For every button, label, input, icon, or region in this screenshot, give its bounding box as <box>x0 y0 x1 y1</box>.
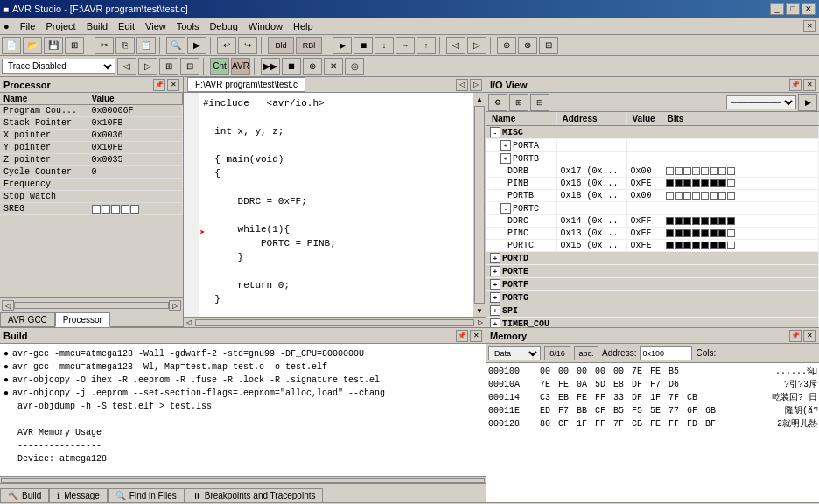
close-button[interactable]: ✕ <box>802 3 816 15</box>
io-row[interactable]: PORTC 0x15 (0x... 0xFE <box>486 240 819 252</box>
io-tb-btn3[interactable]: ⊟ <box>530 94 550 111</box>
bit-box[interactable] <box>692 192 700 200</box>
vscroll-track[interactable] <box>474 106 485 304</box>
bit-box[interactable] <box>727 192 735 200</box>
trace-extra3[interactable]: ◎ <box>345 58 364 75</box>
mem-content[interactable]: 000100 00000000007EFEB5 ......¾µ 00010A … <box>486 363 819 502</box>
io-close-btn[interactable]: ✕ <box>803 79 816 91</box>
trace-extra1[interactable]: ⊛ <box>303 58 322 75</box>
bit-box[interactable] <box>727 229 735 237</box>
tab-build[interactable]: 🔨 Build <box>0 488 49 502</box>
bit-box[interactable] <box>701 229 709 237</box>
trace-go[interactable]: ▶▶ <box>261 58 280 75</box>
menu-window[interactable]: Window <box>243 19 288 33</box>
new-button[interactable]: 📄 <box>2 37 21 54</box>
bit-box[interactable] <box>666 179 674 187</box>
processor-panel-controls[interactable]: 📌 ✕ <box>153 79 179 91</box>
hscroll-track[interactable] <box>195 319 474 326</box>
bit-box[interactable] <box>683 229 691 237</box>
bit-box[interactable] <box>666 217 674 225</box>
table-row[interactable]: Program Cou... 0x00006F <box>0 105 183 117</box>
sreg-bit[interactable] <box>111 205 120 214</box>
trace-select[interactable]: Trace Disabled <box>2 59 116 74</box>
bit-box[interactable] <box>718 242 726 249</box>
io-row[interactable]: DDRC 0x14 (0x... 0xFF <box>486 215 819 228</box>
io-table-container[interactable]: Name Address Value Bits -MISC +PORTA <box>486 112 819 327</box>
vscroll-down-btn[interactable]: ▼ <box>473 304 486 317</box>
build-pin-btn[interactable]: 📌 <box>456 330 468 342</box>
bit-box[interactable] <box>683 179 691 187</box>
find-button[interactable]: 🔍 <box>166 37 186 54</box>
bit-box[interactable] <box>701 217 709 225</box>
code-prev-btn[interactable]: ◁ <box>456 79 468 91</box>
code-vscroll[interactable]: ▲ ▼ <box>473 93 486 317</box>
bit-box[interactable] <box>675 179 682 187</box>
tab-avr-gcc[interactable]: AVR GCC <box>0 312 55 326</box>
vscroll-up-btn[interactable]: ▲ <box>473 93 486 105</box>
extra-btn3[interactable]: ⊞ <box>539 37 558 54</box>
expand-icon[interactable]: + <box>490 305 500 316</box>
menu-project[interactable]: Project <box>40 19 80 33</box>
io-group-row[interactable]: -MISC <box>486 126 819 139</box>
bit-box[interactable] <box>710 229 718 237</box>
bit-box[interactable] <box>718 217 726 225</box>
bit-box[interactable] <box>718 179 726 187</box>
sreg-bit[interactable] <box>92 205 101 214</box>
tab-message[interactable]: ℹ Message <box>49 488 108 502</box>
mem-addr-input[interactable] <box>640 346 692 360</box>
io-group-row[interactable]: +PORTF <box>486 278 819 291</box>
table-row[interactable]: Stop Watch <box>0 191 183 203</box>
menu-debug[interactable]: Debug <box>204 19 242 33</box>
bit-box[interactable] <box>692 242 700 249</box>
io-group-row[interactable]: +PORTD <box>486 252 819 265</box>
save-button[interactable]: 💾 <box>44 37 63 54</box>
redo-button[interactable]: ↪ <box>238 37 257 54</box>
io-row[interactable]: PORTB 0x18 (0x... 0x00 <box>486 190 819 202</box>
bit-box[interactable] <box>718 167 726 175</box>
trace-stop[interactable]: ⏹ <box>282 58 301 75</box>
copy-button[interactable]: ⎘ <box>116 37 135 54</box>
io-group-row[interactable]: +TIMER_COU <box>486 318 819 328</box>
menu-help[interactable]: Help <box>288 19 318 33</box>
debug-btn[interactable]: ▶ <box>332 37 352 54</box>
fwd-btn[interactable]: ▷ <box>467 37 486 54</box>
bit-box[interactable] <box>718 229 726 237</box>
io-tb-btn2[interactable]: ⊞ <box>509 94 528 111</box>
code-scroll-area[interactable]: #include <avr/io.h> int x, y, z; { main(… <box>184 93 473 317</box>
io-pin-btn[interactable]: 📌 <box>789 79 802 91</box>
mem-type-select[interactable]: Data <box>488 346 541 360</box>
build-hscroll[interactable] <box>0 476 486 483</box>
expand-icon[interactable]: + <box>490 253 500 263</box>
mem-ascii-btn[interactable]: abc. <box>574 346 598 360</box>
io-group-row[interactable]: +PORTG <box>486 291 819 304</box>
menu-view[interactable]: View <box>140 19 172 33</box>
trace-btn3[interactable]: ⊞ <box>159 58 178 75</box>
build-content[interactable]: ● avr-gcc -mmcu=atmega128 -Wall -gdwarf-… <box>0 344 486 476</box>
bit-box[interactable] <box>710 242 718 249</box>
expand-icon[interactable]: - <box>490 127 500 137</box>
io-row[interactable]: DDRB 0x17 (0x... 0x00 <box>486 165 819 178</box>
bit-box[interactable] <box>727 179 735 187</box>
build-panel-controls[interactable]: 📌 ✕ <box>456 330 482 342</box>
io-row[interactable]: -PORTC <box>486 202 819 215</box>
bit-box[interactable] <box>675 217 682 225</box>
mem-format-btn[interactable]: 8/16 <box>544 346 570 360</box>
paste-button[interactable]: 📋 <box>136 37 156 54</box>
trace-btn2[interactable]: ▷ <box>138 58 158 75</box>
table-row[interactable]: Frequency <box>0 178 183 191</box>
bit-box[interactable] <box>683 192 691 200</box>
io-tb-btn1[interactable]: ⚙ <box>488 94 508 111</box>
back-btn[interactable]: ◁ <box>446 37 466 54</box>
trace-extra2[interactable]: ✕ <box>324 58 343 75</box>
bit-box[interactable] <box>675 242 682 249</box>
bit-box[interactable] <box>710 167 718 175</box>
bit-box[interactable] <box>666 167 674 175</box>
io-group-row[interactable]: +SPI <box>486 304 819 318</box>
table-row[interactable]: X pointer 0x0036 <box>0 130 183 142</box>
open-button[interactable]: 📂 <box>23 37 42 54</box>
code-editor[interactable]: #include <avr/io.h> int x, y, z; { main(… <box>200 93 473 310</box>
tab-find-files[interactable]: 🔍 Find in Files <box>108 488 185 502</box>
bit-box[interactable] <box>727 242 735 249</box>
bit-box[interactable] <box>701 242 709 249</box>
find-next-button[interactable]: ▶ <box>187 37 206 54</box>
